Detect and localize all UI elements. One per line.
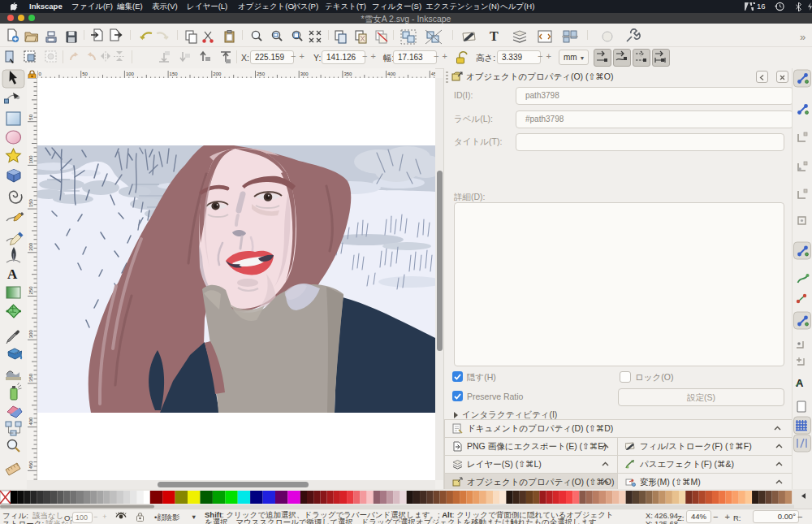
svg-text:50: 50: [82, 71, 88, 76]
svg-text:150: 150: [28, 198, 33, 207]
svg-text:50: 50: [28, 114, 33, 119]
svg-text:A: A: [7, 266, 18, 282]
svg-text:400: 400: [387, 71, 396, 76]
svg-text:»: »: [800, 31, 806, 43]
svg-text:100: 100: [28, 155, 33, 164]
svg-text:T: T: [490, 29, 499, 43]
svg-text:200: 200: [213, 71, 222, 76]
svg-text:200: 200: [28, 242, 33, 251]
svg-text:150: 150: [170, 71, 179, 76]
svg-text:350: 350: [28, 373, 33, 382]
svg-text:450: 450: [431, 71, 435, 76]
svg-text:300: 300: [300, 71, 309, 76]
svg-text:250: 250: [257, 71, 266, 76]
svg-text:350: 350: [343, 71, 352, 76]
svg-text:250: 250: [28, 286, 33, 295]
svg-text:400: 400: [28, 417, 33, 426]
svg-text:450: 450: [28, 461, 33, 470]
svg-text:100: 100: [126, 71, 135, 76]
svg-text:300: 300: [28, 330, 33, 339]
